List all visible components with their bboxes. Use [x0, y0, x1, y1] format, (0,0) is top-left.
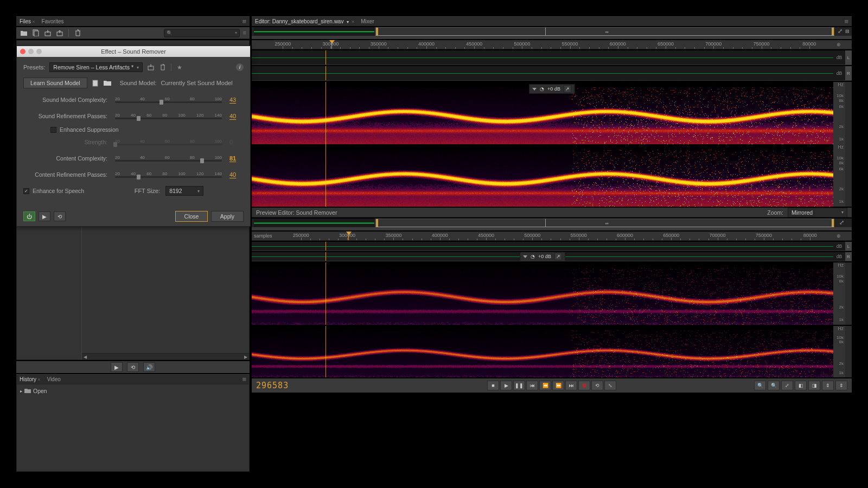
- history-item-label: Open: [33, 388, 47, 394]
- enhance-speech-checkbox[interactable]: [23, 188, 29, 194]
- loop-shortcut-icon[interactable]: ⟲: [127, 362, 139, 372]
- hud-bar[interactable]: ◔ +0 dB ↗: [520, 252, 565, 261]
- content-value[interactable]: 81: [229, 155, 244, 162]
- load-model-icon[interactable]: [104, 79, 111, 87]
- presets-select[interactable]: Remove Siren – Less Artifacts *▾: [49, 62, 143, 72]
- svg-point-4: [582, 383, 586, 388]
- delete-preset-icon[interactable]: [159, 63, 167, 71]
- overview-pre: [254, 27, 374, 36]
- new-file-icon[interactable]: [31, 29, 40, 37]
- stop-button[interactable]: ■: [487, 381, 499, 390]
- learn-sound-model-button[interactable]: Learn Sound Model: [23, 78, 87, 88]
- tab-mixer[interactable]: Mixer: [361, 18, 374, 24]
- delete-icon[interactable]: [73, 29, 82, 37]
- hud-toggle-icon[interactable]: [523, 255, 527, 258]
- history-item[interactable]: ▸ Open: [19, 387, 247, 395]
- spectrogram-preview-left[interactable]: [252, 262, 833, 325]
- zoom-in-point-icon[interactable]: ◨: [808, 381, 820, 390]
- tab-history[interactable]: History×: [20, 376, 40, 382]
- panel-menu-icon[interactable]: ≡: [242, 18, 246, 25]
- editor-toolbar: ⬌ ⤢ ▤: [252, 27, 852, 39]
- save-preset-icon[interactable]: [147, 63, 155, 71]
- tab-favorites[interactable]: Favorites: [41, 18, 63, 24]
- spectrogram-preview-right[interactable]: [252, 326, 833, 377]
- overview-range[interactable]: ⬌: [375, 219, 834, 227]
- new-model-icon[interactable]: [92, 79, 99, 87]
- pause-button[interactable]: ❚❚: [513, 381, 525, 390]
- pin-icon[interactable]: ↗: [564, 85, 571, 93]
- zoom-out-h-icon[interactable]: 🔍: [768, 381, 780, 390]
- overview-range[interactable]: ⬌: [375, 27, 834, 36]
- maximize-window-icon[interactable]: [36, 49, 42, 54]
- panel-menu-icon[interactable]: ≡: [844, 18, 848, 25]
- files-toolbar: ▾ ≡: [16, 27, 250, 39]
- zoom-out-v-icon[interactable]: ⇕: [835, 381, 847, 390]
- skip-selection-button[interactable]: ⤡: [604, 381, 616, 390]
- amplitude-preview-left: dB L: [252, 242, 852, 251]
- zoom-full-icon[interactable]: ⤢: [781, 381, 793, 390]
- record-button[interactable]: [578, 381, 590, 390]
- skip-end-button[interactable]: ⏭: [565, 381, 577, 390]
- import-icon[interactable]: [43, 29, 52, 37]
- spectrogram-right[interactable]: [252, 144, 833, 207]
- settings-icon[interactable]: ▤: [845, 27, 850, 35]
- filter-menu-icon[interactable]: ≡: [243, 29, 246, 36]
- zoom-fit-icon[interactable]: ⤢: [838, 219, 845, 226]
- sound-model-label: Sound Model:: [120, 80, 157, 86]
- enhanced-suppression-checkbox[interactable]: [50, 127, 56, 133]
- zoom-in-v-icon[interactable]: ⇕: [822, 381, 834, 390]
- preview-ruler[interactable]: samples 25000030000035000040000045000050…: [252, 232, 852, 241]
- power-toggle-icon[interactable]: ⏻: [23, 211, 35, 221]
- search-input[interactable]: ▾: [164, 29, 240, 37]
- preview-play-button[interactable]: ▶: [39, 211, 50, 221]
- freq-scale: Hz 10k 8k 6k 2k 1k: [833, 144, 845, 207]
- apply-button[interactable]: Apply: [211, 211, 244, 222]
- zoom-in-h-icon[interactable]: 🔍: [754, 381, 766, 390]
- hud-toggle-icon[interactable]: [532, 88, 537, 91]
- crefine-slider[interactable]: 20406080100120140: [113, 171, 224, 178]
- open-folder-icon[interactable]: [20, 29, 28, 37]
- hud-clock-icon: ◔: [531, 254, 535, 259]
- panel-menu-icon[interactable]: ≡: [242, 376, 246, 383]
- crefine-value[interactable]: 40: [229, 171, 244, 178]
- forward-button[interactable]: ⏩: [552, 381, 564, 390]
- refine-slider[interactable]: 20406080100120140: [113, 113, 224, 119]
- skip-start-button[interactable]: ⏮: [526, 381, 538, 390]
- refine-value[interactable]: 40: [229, 113, 244, 119]
- hud-db-value: +0 dB: [538, 254, 551, 259]
- ruler-unit-icon[interactable]: ⊕: [832, 232, 845, 240]
- tab-video[interactable]: Video: [47, 376, 60, 382]
- loop-preview-icon[interactable]: ⟲: [54, 211, 66, 221]
- close-window-icon[interactable]: [20, 49, 25, 54]
- loop-button[interactable]: ⟲: [591, 381, 603, 390]
- info-icon[interactable]: i: [236, 63, 244, 71]
- close-button[interactable]: Close: [175, 211, 208, 222]
- zoom-select[interactable]: Mirrored▾: [788, 208, 847, 217]
- hud-bar[interactable]: ◔ +0 dB ↗: [529, 84, 575, 94]
- enhance-speech-label: Enhance for Speech: [33, 188, 84, 194]
- fft-select[interactable]: 8192▾: [165, 186, 203, 196]
- minimize-window-icon[interactable]: [28, 49, 34, 54]
- speaker-icon[interactable]: 🔊: [143, 362, 155, 372]
- h-scrollbar[interactable]: ◀▶: [82, 353, 249, 359]
- history-list: ▸ Open: [16, 384, 250, 472]
- svg-rect-6: [93, 80, 98, 86]
- zoom-sel-icon[interactable]: ◧: [795, 381, 807, 390]
- play-button[interactable]: ▶: [500, 381, 512, 390]
- ruler-unit-icon[interactable]: ⊕: [832, 40, 845, 49]
- export-icon[interactable]: [55, 29, 64, 37]
- dialog-titlebar[interactable]: Effect – Sound Remover: [17, 46, 250, 57]
- hud-clock-icon: ◔: [540, 86, 544, 92]
- zoom-fit-icon[interactable]: ⤢: [838, 27, 843, 35]
- complexity-value[interactable]: 43: [229, 97, 244, 103]
- play-shortcut-icon[interactable]: ▶: [111, 362, 123, 372]
- tab-editor[interactable]: Editor: Danny_skateboard_siren.wav ▾ ×: [255, 18, 354, 24]
- complexity-slider[interactable]: 20406080100: [113, 97, 224, 103]
- preview-header: Preview Editor: Sound Remover Zoom: Mirr…: [252, 208, 852, 217]
- content-slider[interactable]: 20406080100: [113, 155, 224, 162]
- rewind-button[interactable]: ⏪: [539, 381, 551, 390]
- favorite-icon[interactable]: ★: [176, 63, 183, 71]
- tab-files[interactable]: Files×: [20, 18, 35, 24]
- pin-icon[interactable]: ↗: [554, 253, 562, 260]
- editor-ruler[interactable]: 2500003000003500004000004500005000005500…: [252, 40, 852, 49]
